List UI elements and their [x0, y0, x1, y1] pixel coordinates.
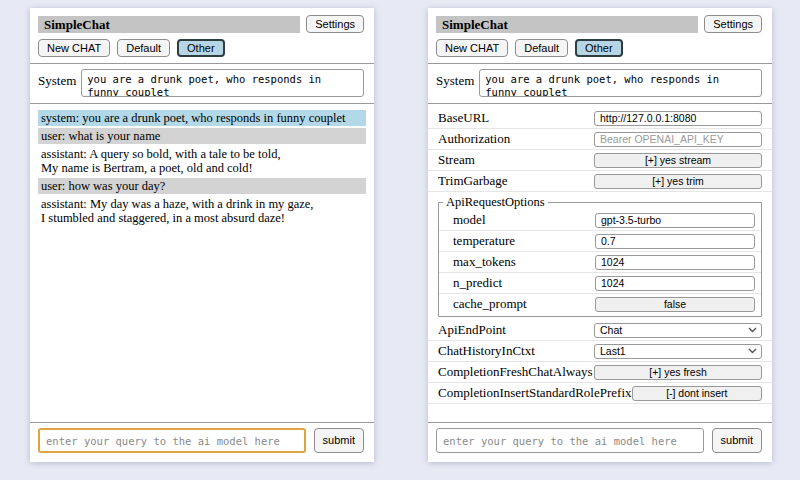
page-background: SimpleChat Settings New CHAT Default Oth…: [0, 0, 800, 480]
chat-message-user-2: user: how was your day?: [38, 178, 366, 194]
session-toolbar: New CHAT Default Other: [436, 39, 762, 57]
query-row: submit: [38, 428, 364, 453]
authorization-input[interactable]: [594, 132, 762, 147]
baseurl-input[interactable]: [594, 111, 762, 126]
chat-history-label: ChatHistoryInCtxt: [438, 343, 594, 359]
settings-button[interactable]: Settings: [306, 15, 364, 33]
api-request-options-fieldset: ApiRequestOptions model temperature max_…: [438, 195, 762, 317]
max-tokens-label: max_tokens: [453, 254, 595, 270]
setting-row-stream: Stream [+] yes stream: [428, 150, 772, 171]
setting-row-completion-insert: CompletionInsertStandardRolePrefix [-] d…: [428, 383, 772, 404]
setting-row-authorization: Authorization: [428, 129, 772, 150]
system-label: System: [38, 69, 76, 89]
api-endpoint-label: ApiEndPoint: [438, 322, 594, 338]
api-request-options-legend: ApiRequestOptions: [443, 195, 548, 210]
divider: [428, 422, 772, 423]
system-prompt-input[interactable]: you are a drunk poet, who responds in fu…: [81, 69, 364, 97]
baseurl-label: BaseURL: [438, 110, 594, 126]
submit-button[interactable]: submit: [712, 428, 762, 453]
system-prompt-row: System you are a drunk poet, who respond…: [436, 69, 762, 97]
chat-panel: SimpleChat Settings New CHAT Default Oth…: [30, 8, 374, 462]
system-prompt-input[interactable]: you are a drunk poet, who responds in fu…: [479, 69, 762, 97]
completion-fresh-toggle-button[interactable]: [+] yes fresh: [594, 365, 762, 380]
session-tab-default[interactable]: Default: [515, 39, 568, 57]
setting-row-completion-fresh: CompletionFreshChatAlways [+] yes fresh: [428, 362, 772, 383]
settings-empty-space: [428, 404, 772, 416]
cache-prompt-label: cache_prompt: [453, 296, 595, 312]
chevron-down-icon: [748, 327, 757, 333]
chevron-down-icon: [748, 348, 757, 354]
stream-label: Stream: [438, 152, 594, 168]
chat-message-assistant-2: assistant: My day was a haze, with a dri…: [38, 196, 366, 226]
model-input[interactable]: [595, 213, 755, 228]
setting-row-api-endpoint: ApiEndPoint Chat: [428, 320, 772, 341]
settings-list: BaseURL Authorization Stream [+] yes str…: [428, 108, 772, 404]
completion-insert-toggle-button[interactable]: [-] dont insert: [632, 386, 762, 401]
session-tab-other[interactable]: Other: [575, 39, 623, 57]
setting-row-n-predict: n_predict: [439, 273, 761, 294]
divider: [30, 422, 374, 423]
api-endpoint-select[interactable]: Chat: [594, 323, 762, 338]
query-row: submit: [436, 428, 762, 453]
stream-toggle-button[interactable]: [+] yes stream: [594, 153, 762, 168]
authorization-label: Authorization: [438, 131, 594, 147]
cache-prompt-toggle-button[interactable]: false: [595, 297, 755, 312]
setting-row-max-tokens: max_tokens: [439, 252, 761, 273]
setting-row-chat-history: ChatHistoryInCtxt Last1: [428, 341, 772, 362]
trimgarbage-toggle-button[interactable]: [+] yes trim: [594, 174, 762, 189]
settings-panel-header: SimpleChat Settings: [436, 15, 762, 33]
chat-message-user-1: user: what is your name: [38, 128, 366, 144]
chat-empty-space: [30, 228, 374, 416]
session-toolbar: New CHAT Default Other: [38, 39, 364, 57]
setting-row-baseurl: BaseURL: [428, 108, 772, 129]
new-chat-button[interactable]: New CHAT: [436, 39, 508, 57]
model-label: model: [453, 212, 595, 228]
divider: [428, 63, 772, 64]
setting-row-trimgarbage: TrimGarbage [+] yes trim: [428, 171, 772, 192]
divider: [428, 103, 772, 104]
new-chat-button[interactable]: New CHAT: [38, 39, 110, 57]
divider: [30, 63, 374, 64]
app-title: SimpleChat: [436, 16, 698, 33]
chat-history-selected-value: Last1: [600, 345, 626, 358]
query-input[interactable]: [38, 428, 306, 453]
max-tokens-input[interactable]: [595, 255, 755, 270]
query-input[interactable]: [436, 428, 704, 453]
session-tab-other[interactable]: Other: [177, 39, 225, 57]
system-label: System: [436, 69, 474, 89]
api-endpoint-selected-value: Chat: [600, 324, 622, 337]
temperature-label: temperature: [453, 233, 595, 249]
completion-insert-label: CompletionInsertStandardRolePrefix: [438, 385, 632, 401]
setting-row-temperature: temperature: [439, 231, 761, 252]
chat-message-assistant-1: assistant: A query so bold, with a tale …: [38, 146, 366, 176]
divider: [30, 103, 374, 104]
n-predict-label: n_predict: [453, 275, 595, 291]
chat-history-select[interactable]: Last1: [594, 344, 762, 359]
settings-button[interactable]: Settings: [704, 15, 762, 33]
setting-row-model: model: [439, 210, 761, 231]
setting-row-cache-prompt: cache_prompt false: [439, 294, 761, 314]
chat-message-system: system: you are a drunk poet, who respon…: [38, 110, 366, 126]
chat-log: system: you are a drunk poet, who respon…: [38, 110, 366, 228]
trimgarbage-label: TrimGarbage: [438, 173, 594, 189]
temperature-input[interactable]: [595, 234, 755, 249]
submit-button[interactable]: submit: [314, 428, 364, 453]
settings-panel: SimpleChat Settings New CHAT Default Oth…: [428, 8, 772, 462]
app-title: SimpleChat: [38, 16, 300, 33]
session-tab-default[interactable]: Default: [117, 39, 170, 57]
system-prompt-row: System you are a drunk poet, who respond…: [38, 69, 364, 97]
completion-fresh-label: CompletionFreshChatAlways: [438, 364, 594, 380]
n-predict-input[interactable]: [595, 276, 755, 291]
chat-panel-header: SimpleChat Settings: [38, 15, 364, 33]
